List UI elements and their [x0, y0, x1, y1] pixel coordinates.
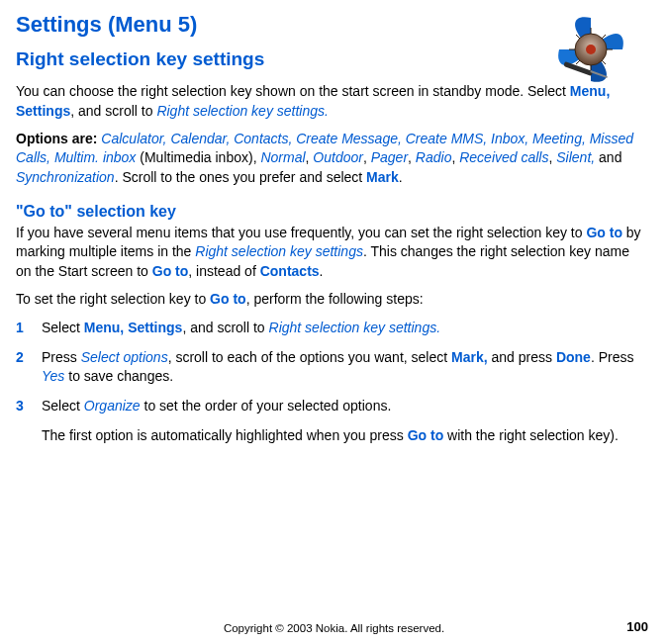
- option-outdoor: Outdoor: [313, 149, 363, 165]
- rsk-label: Right selection key settings: [195, 243, 363, 259]
- goto-paragraph-2: To set the right selection key to Go to,…: [16, 290, 644, 310]
- page-title: Settings (Menu 5): [16, 10, 545, 41]
- goto-section-heading: "Go to" selection key: [16, 201, 644, 223]
- text: Press: [42, 349, 81, 365]
- select-options-label: Select options: [81, 349, 168, 365]
- option-synchronization: Synchronization: [16, 169, 115, 185]
- options-label: Options are:: [16, 131, 101, 146]
- text: .: [320, 263, 324, 279]
- copyright-text: Copyright © 2003 Nokia. All rights reser…: [224, 622, 444, 634]
- decorative-settings-icon: [555, 14, 626, 85]
- text: , and scroll to: [70, 103, 156, 119]
- option-received-calls: Received calls: [459, 149, 548, 165]
- option-normal: Normal: [260, 149, 305, 165]
- option-pager: Pager: [371, 149, 408, 165]
- followup-paragraph: The first option is automatically highli…: [16, 426, 644, 446]
- text: ,: [363, 149, 371, 165]
- text: and press: [488, 349, 556, 365]
- mark-label: Mark: [366, 169, 399, 185]
- menu-path-label: Menu, Settings: [84, 320, 183, 335]
- text: . Press: [591, 349, 634, 365]
- text: with the right selection key).: [443, 427, 619, 443]
- menu-target-label: Right selection key settings.: [156, 103, 329, 119]
- text: If you have several menu items that you …: [16, 225, 586, 240]
- text: Select: [42, 398, 84, 414]
- page-number: 100: [626, 618, 648, 636]
- goto-label: Go to: [408, 427, 444, 443]
- text: Select: [42, 320, 84, 335]
- text: To set the right selection key to: [16, 291, 210, 307]
- rsk-label: Right selection key settings.: [269, 320, 441, 335]
- footer: Copyright © 2003 Nokia. All rights reser…: [0, 620, 668, 636]
- text: , instead of: [188, 263, 259, 279]
- organize-label: Organize: [84, 398, 141, 414]
- mark-label: Mark,: [451, 349, 488, 365]
- step-1: 1 Select Menu, Settings, and scroll to R…: [16, 319, 644, 338]
- text: , scroll to each of the options you want…: [168, 349, 451, 365]
- text: ,: [408, 149, 416, 165]
- intro-paragraph: You can choose the right selection key s…: [16, 82, 644, 121]
- step-3: 3 Select Organize to set the order of yo…: [16, 397, 644, 416]
- text: The first option is automatically highli…: [42, 427, 408, 443]
- subheading: Right selection key settings: [16, 46, 545, 73]
- text: to set the order of your selected option…: [141, 398, 392, 414]
- step-number: 1: [16, 319, 24, 338]
- text: to save changes.: [64, 368, 173, 384]
- svg-point-9: [586, 45, 596, 54]
- steps-list: 1 Select Menu, Settings, and scroll to R…: [16, 319, 644, 415]
- goto-label: Go to: [152, 263, 189, 279]
- text: You can choose the right selection key s…: [16, 83, 570, 99]
- contacts-label: Contacts: [260, 263, 320, 279]
- text: , perform the following steps:: [246, 291, 424, 307]
- text: and: [595, 149, 621, 165]
- goto-paragraph-1: If you have several menu items that you …: [16, 224, 644, 282]
- text: .: [399, 169, 403, 185]
- text: (Multimedia inbox),: [136, 149, 260, 165]
- goto-label: Go to: [586, 225, 622, 240]
- text: . Scroll to the ones you prefer and sele…: [115, 169, 366, 185]
- options-paragraph: Options are: Calculator, Calendar, Conta…: [16, 130, 644, 188]
- step-2: 2 Press Select options, scroll to each o…: [16, 348, 644, 387]
- goto-label: Go to: [210, 291, 246, 307]
- yes-label: Yes: [42, 368, 64, 384]
- done-label: Done: [556, 349, 591, 365]
- step-number: 2: [16, 348, 24, 368]
- option-silent: Silent,: [556, 149, 595, 165]
- text: , and scroll to: [182, 320, 268, 335]
- option-radio: Radio: [416, 149, 452, 165]
- step-number: 3: [16, 397, 24, 416]
